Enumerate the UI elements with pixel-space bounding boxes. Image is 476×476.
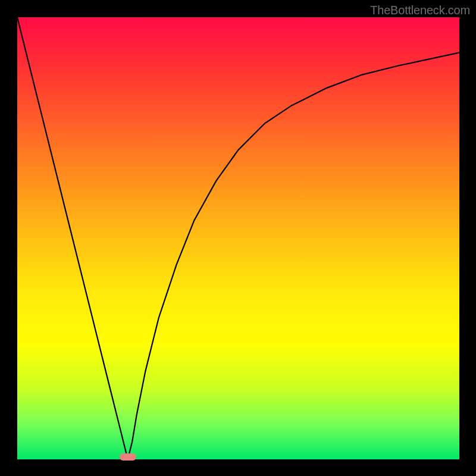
- plot-area: [17, 17, 459, 459]
- chart-container: TheBottleneck.com: [0, 0, 476, 476]
- attribution-text: TheBottleneck.com: [370, 4, 470, 17]
- optimum-marker: [120, 453, 136, 461]
- bottleneck-curve: [17, 17, 459, 459]
